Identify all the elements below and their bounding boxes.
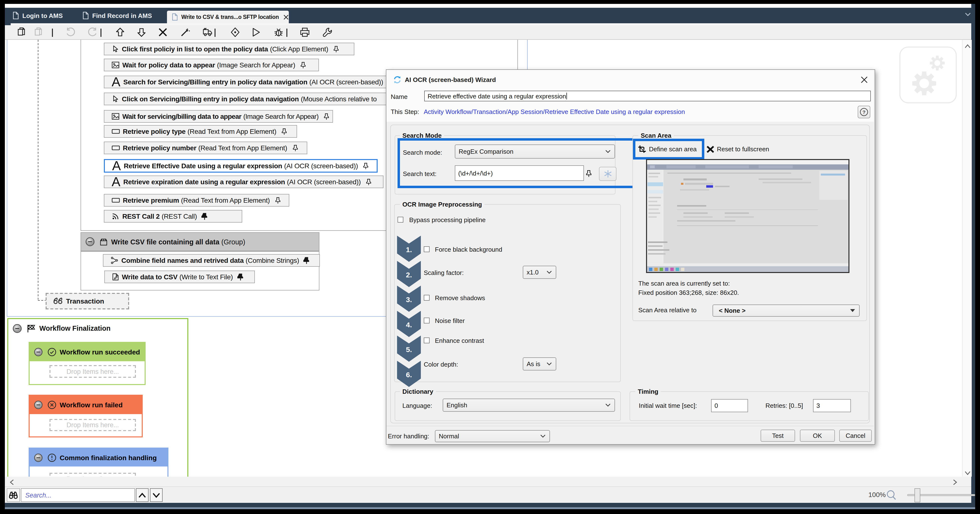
svg-text:?: ?	[862, 109, 866, 115]
